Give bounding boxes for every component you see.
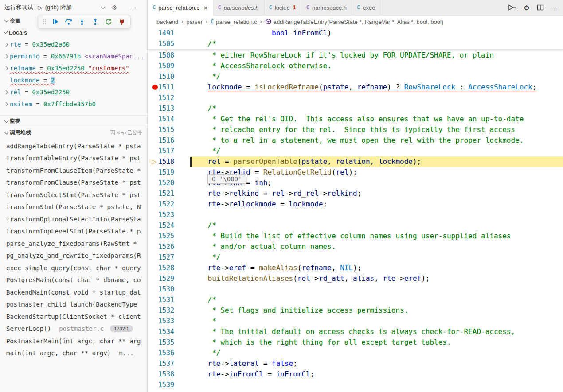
- step-out-icon[interactable]: [90, 17, 101, 27]
- code-line[interactable]: 1536 */: [148, 348, 563, 358]
- chevron-right-icon[interactable]: [3, 41, 10, 48]
- code-line[interactable]: 1509 * AccessShareLock otherwise.: [148, 61, 563, 71]
- step-over-icon[interactable]: [63, 17, 74, 27]
- callstack-frame[interactable]: transformFromClause(ParseState * pst: [0, 177, 147, 189]
- breadcrumb-item[interactable]: backend: [156, 19, 178, 25]
- code-line[interactable]: 1538 rte->inFromCl = inFromCl;: [148, 369, 563, 380]
- more-icon[interactable]: ⋯: [551, 4, 558, 11]
- callstack-frame[interactable]: BackendMain(const void * startup_dat: [0, 286, 147, 299]
- callstack-frame[interactable]: postmaster_child_launch(BackendType: [0, 299, 147, 311]
- callstack-frame[interactable]: PostmasterMain(int argc, char ** arg: [0, 335, 147, 347]
- callstack-frame[interactable]: transformFromClauseItem(ParseState *: [0, 164, 147, 177]
- chevron-right-icon[interactable]: [3, 101, 10, 108]
- debug-config-dropdown[interactable]: (gdb) 附加: [45, 4, 106, 12]
- code-line[interactable]: 1514 * Get the rel's OID. This access al…: [148, 114, 563, 124]
- continue-icon[interactable]: [50, 17, 61, 27]
- code-line[interactable]: 1534 * The initial default on access che…: [148, 326, 563, 337]
- frame-function: transformTableEntry(ParseState * pst: [6, 155, 141, 162]
- more-actions-icon[interactable]: ⋯: [129, 4, 137, 12]
- gear-icon[interactable]: ⚙: [524, 4, 530, 11]
- tab-parse_relation.c[interactable]: Cparse_relation.c×: [148, 0, 213, 15]
- code-line[interactable]: 1517 */: [148, 146, 563, 156]
- code-text: */: [191, 146, 563, 156]
- code-line[interactable]: 1539: [148, 380, 563, 390]
- code-line[interactable]: 1523: [148, 210, 563, 220]
- variable-rel[interactable]: rel = 0x35ed2250: [0, 86, 147, 98]
- callstack-pane-header[interactable]: 调用堆栈 因 step 已暂停: [0, 127, 147, 138]
- code-line[interactable]: 1516 * to a rel in a statement, we must …: [148, 135, 563, 146]
- code-line[interactable]: 1530: [148, 284, 563, 295]
- variable-lockmode[interactable]: lockmode = 2: [0, 74, 147, 86]
- breadcrumb-item[interactable]: parser: [186, 19, 203, 25]
- code-line[interactable]: 1537 rte->lateral = false;: [148, 358, 563, 369]
- sidebar-title: 运行和调试: [4, 4, 33, 12]
- tab-exec[interactable]: Cexec: [352, 0, 380, 15]
- code-line[interactable]: 1513 /*: [148, 103, 563, 114]
- code-text: * which is the right thing for all excep…: [191, 337, 563, 348]
- tab-bar: Cparse_relation.c×Cparsenodes.hClock.c1C…: [148, 0, 563, 16]
- variable-refname[interactable]: refname = 0x35ed2250 "customers": [0, 62, 147, 74]
- variable-nsitem[interactable]: nsitem = 0x7ffcbde357b0: [0, 98, 147, 110]
- code-line[interactable]: 1531 /*: [148, 295, 563, 305]
- split-editor-icon[interactable]: [537, 4, 544, 11]
- code-line[interactable]: 1528 rte->eref = makeAlias(refname, NIL)…: [148, 263, 563, 273]
- line-number: 1534: [154, 326, 174, 337]
- code-line[interactable]: 1511 lockmode = isLockedRefname(pstate, …: [148, 82, 563, 93]
- code-line[interactable]: 1521 rte->relkind = rel->rd_rel->relkind…: [148, 188, 563, 199]
- chevron-right-icon[interactable]: [3, 89, 10, 96]
- variable-rte[interactable]: rte = 0x35ed2a60: [0, 38, 147, 50]
- frame-function: ServerLoop(): [6, 325, 51, 332]
- callstack-frame[interactable]: addRangeTableEntry(ParseState * psta: [0, 140, 147, 152]
- callstack-frame[interactable]: transformTopLevelStmt(ParseState * p: [0, 225, 147, 238]
- code-line[interactable]: 1540 perminfo = addRTEPermissionInfo(&ps…: [148, 390, 563, 392]
- callstack-frame[interactable]: ServerLoop()postmaster.c1702:1: [0, 323, 147, 335]
- sticky-line[interactable]: 1491 bool inFromCl): [148, 28, 563, 39]
- close-icon[interactable]: ×: [204, 4, 208, 11]
- chevron-right-icon[interactable]: [3, 53, 10, 60]
- callstack-frame[interactable]: parse_analyze_fixedparams(RawStmt *: [0, 237, 147, 250]
- breadcrumb-item[interactable]: Cparse_relation.c: [211, 19, 257, 25]
- code-line[interactable]: 1510 */: [148, 71, 563, 82]
- chevron-right-icon[interactable]: [3, 65, 10, 72]
- callstack-frame[interactable]: transformSelectStmt(ParseState * pst: [0, 189, 147, 201]
- callstack-frame[interactable]: PostgresMain(const char * dbname, co: [0, 274, 147, 287]
- code-line[interactable]: 1535 * which is the right thing for all …: [148, 337, 563, 348]
- callstack-frame[interactable]: transformTableEntry(ParseState * pst: [0, 152, 147, 165]
- frame-file: postmaster.c: [59, 325, 104, 332]
- callstack-frame[interactable]: main(int argc, char ** argv)m...: [0, 347, 147, 360]
- tab-namespace.h[interactable]: Cnamespace.h: [301, 0, 352, 15]
- drag-grip-icon[interactable]: [41, 17, 47, 27]
- code-line[interactable]: 1522 rte->rellockmode = lockmode;: [148, 199, 563, 210]
- step-into-icon[interactable]: [76, 17, 87, 27]
- code-line[interactable]: 1524 /*: [148, 220, 563, 231]
- disconnect-icon[interactable]: [116, 17, 127, 27]
- breadcrumb-item[interactable]: addRangeTableEntry(ParseState *, RangeVa…: [265, 19, 444, 25]
- code-line[interactable]: 1508 * either RowShareLock if it's locke…: [148, 50, 563, 61]
- callstack-frame[interactable]: transformStmt(ParseState * pstate, N: [0, 201, 147, 213]
- code-line[interactable]: 1532 * Set flags and initialize access p…: [148, 305, 563, 316]
- callstack-frame[interactable]: transformOptionalSelectInto(ParseSta: [0, 213, 147, 225]
- code-line[interactable]: 1525 * Build the list of effective colum…: [148, 231, 563, 241]
- code-line[interactable]: 1526 * and/or actual column names.: [148, 241, 563, 252]
- gear-icon[interactable]: ⚙: [112, 4, 117, 11]
- code-line[interactable]: 1515 * relcache entry for the rel. Since…: [148, 124, 563, 135]
- code-line[interactable]: 1512: [148, 93, 563, 103]
- code-line[interactable]: 1527 */: [148, 252, 563, 263]
- line-number: 1508: [154, 50, 174, 61]
- variable-perminfo[interactable]: perminfo = 0x66791b <scanNameSpac...: [0, 50, 147, 62]
- code-line[interactable]: 1533 *: [148, 316, 563, 326]
- restart-icon[interactable]: [103, 17, 114, 27]
- callstack-frame[interactable]: BackendStartup(ClientSocket * client: [0, 310, 147, 323]
- watch-pane-header[interactable]: 监视: [0, 115, 147, 127]
- code-line[interactable]: ▷1518 rel = parserOpenTable(pstate, rela…: [148, 156, 563, 167]
- line-number: 1521: [154, 188, 174, 199]
- code-editor[interactable]: 1507 * query's target table (that case i…: [148, 28, 563, 392]
- callstack-frame[interactable]: pg_analyze_and_rewrite_fixedparams(R: [0, 250, 147, 262]
- run-icon[interactable]: [507, 4, 517, 11]
- tab-lock.c[interactable]: Clock.c1: [264, 0, 301, 15]
- sticky-line[interactable]: 1505 /*: [148, 39, 563, 49]
- tab-parsenodes.h[interactable]: Cparsenodes.h: [213, 0, 264, 15]
- code-line[interactable]: 1529 buildRelationAliases(rel->rd_att, a…: [148, 273, 563, 284]
- callstack-frame[interactable]: exec_simple_query(const char * query: [0, 262, 147, 274]
- start-debugging-icon[interactable]: ▷: [38, 4, 43, 11]
